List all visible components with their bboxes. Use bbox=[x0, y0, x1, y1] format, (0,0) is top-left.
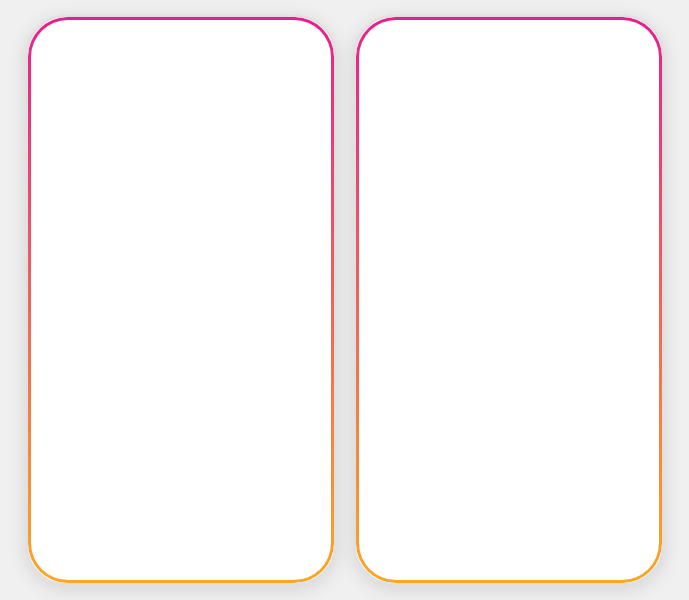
chart-bar bbox=[155, 202, 163, 239]
new-badge: NEW bbox=[218, 317, 249, 329]
tool-chevron-ad-tools: › bbox=[313, 416, 318, 432]
chart-bar bbox=[54, 202, 62, 239]
chart-bar bbox=[44, 215, 52, 239]
tool-label-shops: Shops bbox=[80, 466, 301, 482]
feature-1-icon bbox=[372, 192, 404, 224]
chart-bar bbox=[135, 182, 143, 239]
your-tools-title: Your tools bbox=[44, 379, 117, 396]
back-button[interactable]: ‹ bbox=[44, 52, 51, 78]
ad-tools-icon bbox=[44, 412, 68, 437]
chart-bar bbox=[125, 200, 133, 239]
phone-dashboard: 9:41 📶 🔋 ‹ Professional Dashboard ○ bbox=[26, 15, 336, 585]
chart-bar bbox=[216, 180, 224, 239]
svg-point-3 bbox=[110, 532, 126, 548]
chart-bar bbox=[287, 176, 295, 239]
menu-icon[interactable]: ○ bbox=[290, 51, 318, 79]
next-steps-chevron: › bbox=[313, 321, 318, 337]
nav-home[interactable] bbox=[46, 529, 70, 559]
back-button-2[interactable]: ‹ bbox=[372, 51, 379, 77]
chart-bar bbox=[64, 194, 72, 239]
svg-rect-12 bbox=[384, 281, 392, 286]
eligibility-age: Be at least 18 years old bbox=[404, 391, 540, 406]
status-bar-2: 9:41 📶 🔋 bbox=[356, 17, 662, 45]
next-steps-text: Set up subscriptions NEW subscriptions b… bbox=[84, 315, 301, 343]
status-pass-icon-3: ✓ bbox=[372, 487, 394, 509]
eligibility-item-followers: ✓ Have 10k followers bbox=[372, 451, 646, 473]
next-steps-header: Next steps bbox=[44, 284, 318, 301]
next-steps-title: Next steps bbox=[44, 284, 120, 301]
chart-bar bbox=[115, 186, 123, 239]
status-fail-icon: ✕ bbox=[372, 387, 394, 409]
wifi-icon-2: 📶 bbox=[610, 28, 624, 41]
feature-2-title: Build community with exclusive content bbox=[416, 269, 646, 299]
time-2: 9:41 bbox=[376, 27, 400, 41]
wifi-icon: 📶 bbox=[282, 28, 296, 41]
your-tools-see-all[interactable]: See all bbox=[276, 380, 317, 395]
svg-rect-5 bbox=[170, 532, 190, 550]
svg-point-7 bbox=[299, 532, 307, 540]
your-tools-header: Your tools See all bbox=[44, 379, 318, 396]
status-icons-2: 📶 🔋 bbox=[591, 28, 642, 41]
nav-shop[interactable] bbox=[230, 529, 254, 559]
svg-rect-8 bbox=[381, 201, 395, 215]
nav-reels[interactable] bbox=[168, 529, 192, 559]
account-insights-header: Account insights See all bbox=[44, 104, 318, 121]
eligibility-title: Eligibility criteria bbox=[372, 361, 646, 377]
svg-rect-11 bbox=[381, 278, 395, 292]
chart-bars bbox=[44, 169, 296, 239]
feature-2-icon bbox=[372, 269, 404, 301]
chart-x-labels: Mar 21 Mar 28 Apr 4 Apr 11 Apr 19 bbox=[44, 242, 296, 260]
chart-bar bbox=[176, 205, 184, 239]
feature-1: Earn consistent monthly income Set a mon… bbox=[372, 192, 646, 255]
chart-bar bbox=[277, 189, 285, 239]
nav-profile[interactable] bbox=[291, 529, 315, 559]
next-steps-subtitle: subscriptions byline goes here bbox=[84, 331, 301, 343]
svg-point-13 bbox=[384, 288, 386, 290]
tool-item-ad-tools[interactable]: Ad tools › bbox=[44, 400, 318, 450]
chart-bar bbox=[267, 198, 275, 239]
chart-bar bbox=[104, 198, 112, 239]
tool-item-shops[interactable]: Shops › bbox=[44, 450, 318, 500]
status-icons: 📶 🔋 bbox=[263, 28, 314, 41]
battery-icon: 🔋 bbox=[300, 28, 314, 41]
status-pass-icon-1: ✓ bbox=[372, 419, 394, 441]
hero-image bbox=[356, 88, 662, 178]
home-indicator bbox=[131, 579, 231, 583]
chart-bar bbox=[226, 184, 234, 239]
page-title: Professional Dashboard bbox=[78, 56, 262, 74]
battery-icon-2: 🔋 bbox=[628, 28, 642, 41]
content-policies-link[interactable]: Content Monetization Policies bbox=[429, 498, 600, 513]
account-insights-see-all[interactable]: See all bbox=[276, 105, 317, 120]
bottom-nav bbox=[28, 518, 334, 575]
svg-line-4 bbox=[124, 546, 128, 550]
eligibility-us: Be in the US bbox=[404, 423, 477, 438]
status-bar: 9:41 📶 🔋 bbox=[28, 17, 334, 45]
chart-bar bbox=[74, 206, 82, 239]
subscriptions-content: Earn consistent monthly income Set a mon… bbox=[356, 178, 662, 575]
eligibility-policies: Meet our Partner Monetization Policies a… bbox=[404, 483, 646, 513]
header-2: ‹ Subscriptions bbox=[356, 45, 662, 88]
svg-point-14 bbox=[389, 288, 391, 290]
eligibility-section: Eligibility criteria ✕ Be at least 18 ye… bbox=[372, 361, 646, 513]
chart-y-labels: 10k 5k 0 bbox=[303, 169, 318, 239]
learn-more-button[interactable]: Learn more bbox=[372, 533, 646, 575]
feature-1-title: Earn consistent monthly income bbox=[416, 192, 646, 207]
insight-description: 7,962 accounts reached in the last 30 da… bbox=[44, 125, 318, 159]
page-title-2: Subscriptions bbox=[445, 55, 552, 73]
partner-policies-link[interactable]: Partner Monetization Policies bbox=[458, 483, 626, 498]
chart-bar bbox=[165, 192, 173, 239]
eligibility-item-us: ✓ Be in the US bbox=[372, 419, 646, 441]
chart-bar bbox=[257, 202, 265, 239]
chart-bar bbox=[206, 190, 214, 239]
tool-chevron-shops: › bbox=[313, 466, 318, 482]
chart-bar bbox=[186, 208, 194, 239]
status-pass-icon-2: ✓ bbox=[372, 451, 394, 473]
tool-item-subscriptions[interactable]: Subscriptions › bbox=[44, 500, 318, 518]
subscriptions-icon bbox=[44, 315, 72, 344]
tool-label-ad-tools: Ad tools bbox=[80, 416, 301, 432]
next-steps-item[interactable]: Set up subscriptions NEW subscriptions b… bbox=[44, 305, 318, 354]
home-indicator-2 bbox=[459, 579, 559, 583]
nav-search[interactable] bbox=[107, 529, 131, 559]
chart-container: 10k 5k 0 Mar 21 Mar 28 Apr 4 Apr 11 Apr … bbox=[44, 169, 318, 259]
phone-subscriptions: 9:41 📶 🔋 ‹ Subscriptions bbox=[354, 15, 664, 585]
